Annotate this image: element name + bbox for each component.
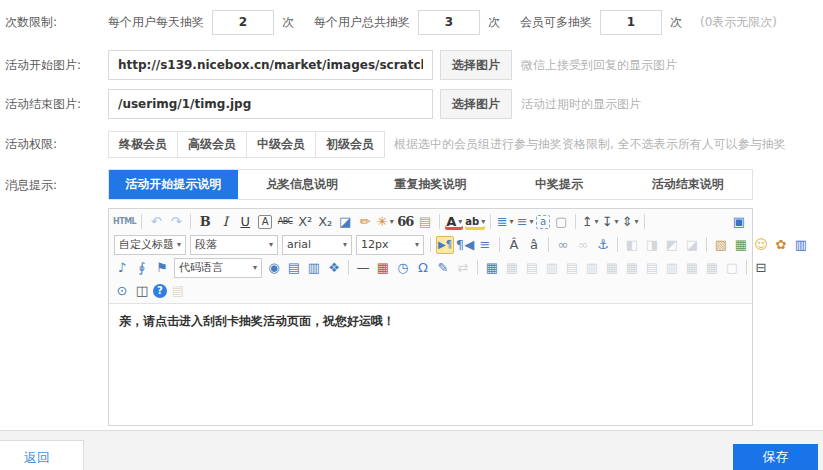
insert-row-icon[interactable]: ▤ bbox=[563, 259, 581, 277]
tab-message-1[interactable]: 活动开始提示说明 bbox=[109, 170, 238, 199]
merge-cells-icon[interactable]: ▥ bbox=[543, 259, 561, 277]
line-height-icon[interactable]: ⇕▾ bbox=[621, 213, 639, 231]
blank-doc-icon[interactable]: ▢ bbox=[552, 213, 570, 231]
map-icon[interactable]: ⚑ bbox=[153, 259, 171, 277]
insert-code-icon[interactable]: ◉ bbox=[265, 259, 283, 277]
tab-message-5[interactable]: 活动结束说明 bbox=[623, 170, 752, 199]
insert-frame-icon[interactable]: ▥ bbox=[305, 259, 323, 277]
back-button[interactable]: 返回 bbox=[0, 440, 84, 470]
anchor-name-icon[interactable]: a bbox=[536, 215, 550, 229]
split-cell-icon[interactable]: ▦ bbox=[603, 259, 621, 277]
delete-table-icon[interactable]: ▦ bbox=[503, 259, 521, 277]
delete-row-icon[interactable]: ▦ bbox=[703, 259, 721, 277]
font-family-select[interactable]: arial▾ bbox=[282, 235, 352, 255]
undo-icon[interactable]: ↶ bbox=[147, 213, 165, 231]
end-image-input[interactable] bbox=[108, 89, 433, 119]
toolbar-separator bbox=[348, 260, 349, 275]
save-button[interactable]: 保存 bbox=[733, 444, 818, 470]
emotion-icon[interactable]: ☺ bbox=[752, 236, 770, 254]
member-extra-input[interactable] bbox=[600, 10, 662, 35]
member-option-4[interactable]: 初级会员 bbox=[315, 131, 385, 158]
uppercase-icon[interactable]: Â bbox=[505, 236, 523, 254]
format-eraser-icon[interactable]: ◪ bbox=[336, 213, 354, 231]
image-align-right-icon[interactable]: ◪ bbox=[683, 236, 701, 254]
margin-top-icon[interactable]: ↥▾ bbox=[581, 213, 599, 231]
insert-table-icon[interactable]: ▦ bbox=[483, 259, 501, 277]
redo-icon[interactable]: ↷ bbox=[167, 213, 185, 231]
date-icon[interactable]: ▦ bbox=[374, 259, 392, 277]
auto-typeset-icon[interactable]: ✳▾ bbox=[376, 213, 394, 231]
direction-ltr-icon[interactable]: ▶¶ bbox=[436, 236, 454, 254]
end-image-pick-button[interactable]: 选择图片 bbox=[440, 89, 512, 119]
member-option-2[interactable]: 高级会员 bbox=[177, 131, 247, 158]
anchor-icon[interactable]: ⚓ bbox=[594, 236, 612, 254]
indent-icon[interactable]: ≡ bbox=[476, 236, 494, 254]
code-language-select[interactable]: 代码语言▾ bbox=[174, 258, 262, 278]
merge-right-icon[interactable]: ▥ bbox=[663, 259, 681, 277]
font-color-icon[interactable]: A▾ bbox=[445, 214, 463, 230]
search-replace-icon[interactable]: ◫ bbox=[133, 282, 151, 300]
word-image-icon[interactable]: ▦ bbox=[732, 236, 750, 254]
bold-icon[interactable]: B bbox=[196, 213, 214, 231]
html-source-button[interactable]: HTML bbox=[113, 213, 136, 231]
split-col-icon[interactable]: ▤ bbox=[643, 259, 661, 277]
ordered-list-icon[interactable]: ≣▾ bbox=[496, 213, 514, 231]
paragraph-select[interactable]: 段落▾ bbox=[190, 235, 278, 255]
page-break-icon[interactable]: ▤ bbox=[285, 259, 303, 277]
music-icon[interactable]: ♪ bbox=[113, 259, 131, 277]
toolbar-row: 自定义标题▾段落▾arial▾12px▾▶¶¶◀≡Ââ∞∞⚓◧◨◩◪▧▦☺✿▥ bbox=[112, 233, 749, 256]
insert-col-icon[interactable]: ▥ bbox=[583, 259, 601, 277]
paste-text-icon[interactable]: ▤ bbox=[416, 213, 434, 231]
underline-icon[interactable]: U bbox=[236, 213, 254, 231]
print-icon[interactable]: ⊟ bbox=[752, 259, 770, 277]
start-image-pick-button[interactable]: 选择图片 bbox=[440, 50, 512, 80]
per-day-input[interactable] bbox=[212, 10, 274, 35]
highlight-color-icon[interactable]: ab▾ bbox=[465, 214, 485, 230]
snapscreen-icon[interactable]: ❖ bbox=[325, 259, 343, 277]
direction-rtl-icon[interactable]: ¶◀ bbox=[456, 236, 474, 254]
fullscreen-icon[interactable]: ▣ bbox=[730, 213, 748, 231]
custom-title-select[interactable]: 自定义标题▾ bbox=[114, 235, 186, 255]
end-image-label: 活动结束图片: bbox=[5, 96, 108, 113]
horizontal-rule-icon[interactable]: — bbox=[354, 259, 372, 277]
blockquote-icon[interactable]: 66 bbox=[396, 213, 414, 231]
font-size-select[interactable]: 12px▾ bbox=[356, 235, 424, 255]
delete-col-icon[interactable]: ▢ bbox=[723, 259, 741, 277]
paste-icon[interactable]: ▤ bbox=[169, 282, 187, 300]
lowercase-icon[interactable]: â bbox=[525, 236, 543, 254]
merge-down-icon[interactable]: ▦ bbox=[683, 259, 701, 277]
time-icon[interactable]: ◷ bbox=[394, 259, 412, 277]
image-transfer-icon[interactable]: ⇄ bbox=[454, 259, 472, 277]
insert-title-icon[interactable]: ▤ bbox=[523, 259, 541, 277]
italic-icon[interactable]: I bbox=[216, 213, 234, 231]
help-icon[interactable]: ? bbox=[153, 284, 167, 298]
member-option-3[interactable]: 中级会员 bbox=[246, 131, 316, 158]
total-input[interactable] bbox=[418, 10, 480, 35]
margin-bottom-icon[interactable]: ↧▾ bbox=[601, 213, 619, 231]
image-align-inline-icon[interactable]: ◨ bbox=[643, 236, 661, 254]
preview-icon[interactable]: ⊙ bbox=[113, 282, 131, 300]
subscript-icon[interactable]: X₂ bbox=[316, 213, 334, 231]
insert-image-icon[interactable]: ▧ bbox=[712, 236, 730, 254]
video-icon[interactable]: ▥ bbox=[792, 236, 810, 254]
unordered-list-icon[interactable]: ≡▾ bbox=[516, 213, 534, 231]
image-align-center-icon[interactable]: ◩ bbox=[663, 236, 681, 254]
char-border-icon[interactable]: A bbox=[258, 215, 272, 229]
scrawl-icon[interactable]: ✿ bbox=[772, 236, 790, 254]
tab-message-3[interactable]: 重复抽奖说明 bbox=[366, 170, 495, 199]
split-row-icon[interactable]: ▦ bbox=[623, 259, 641, 277]
superscript-icon[interactable]: X² bbox=[296, 213, 314, 231]
tab-message-2[interactable]: 兑奖信息说明 bbox=[238, 170, 367, 199]
attachment-icon[interactable]: ∮ bbox=[133, 259, 151, 277]
image-align-left-icon[interactable]: ◧ bbox=[623, 236, 641, 254]
tab-message-4[interactable]: 中奖提示 bbox=[495, 170, 624, 199]
start-image-input[interactable] bbox=[108, 50, 433, 80]
editor-content[interactable]: 亲，请点击进入刮刮卡抽奖活动页面，祝您好运哦！ bbox=[109, 304, 752, 425]
background-color-icon[interactable]: ✎ bbox=[434, 259, 452, 277]
link-icon[interactable]: ∞ bbox=[554, 236, 572, 254]
clear-format-brush-icon[interactable]: ✏ bbox=[356, 213, 374, 231]
member-option-1[interactable]: 终极会员 bbox=[108, 131, 178, 158]
special-chars-icon[interactable]: Ω bbox=[414, 259, 432, 277]
strikethrough-icon[interactable]: ABC bbox=[276, 213, 294, 231]
unlink-icon[interactable]: ∞ bbox=[574, 236, 592, 254]
